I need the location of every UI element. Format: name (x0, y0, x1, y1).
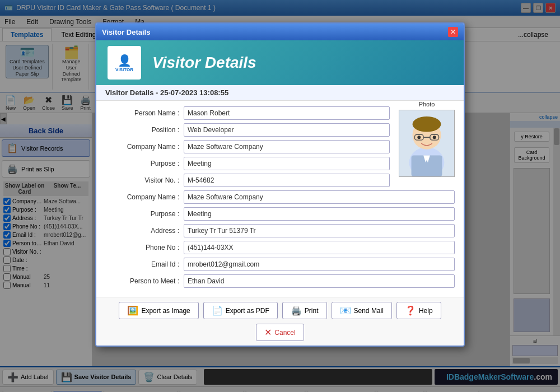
send-mail-modal-button[interactable]: 📧 Send Mail (332, 302, 392, 319)
purpose-2-label: Purpose : (105, 210, 184, 218)
photo-box (399, 110, 455, 177)
cancel-icon: ✕ (264, 327, 272, 338)
form-row-company-1: Company Name : (105, 140, 390, 153)
form-row-visitor-no: Visitor No. : (105, 174, 390, 187)
svg-point-7 (417, 136, 421, 139)
svg-point-3 (413, 116, 441, 132)
address-label: Address : (105, 227, 184, 235)
help-label: Help (419, 307, 433, 315)
photo-section: Photo (399, 101, 455, 177)
visitor-details-modal: Visitor Details ✕ 👤 VISITOR Visitor Deta… (95, 22, 465, 347)
export-image-button[interactable]: 🖼️ Export as Image (119, 302, 198, 319)
purpose-2-input[interactable] (184, 207, 455, 221)
company-2-label: Company Name : (105, 193, 184, 201)
visitor-badge-icon: 👤 (118, 54, 132, 67)
modal-title-bar: Visitor Details ✕ (96, 24, 464, 40)
purpose-1-input[interactable] (184, 157, 390, 170)
person-to-meet-input[interactable] (184, 274, 455, 288)
form-row-company-2: Company Name : (105, 190, 455, 204)
form-row-purpose-2: Purpose : (105, 207, 455, 221)
company-2-input[interactable] (184, 190, 455, 204)
person-name-label: Person Name : (105, 109, 184, 117)
email-label: Email Id : (105, 260, 184, 268)
print-modal-button[interactable]: 🖨️ Print (282, 302, 327, 319)
print-modal-icon: 🖨️ (291, 305, 302, 316)
form-row-address: Address : (105, 224, 455, 237)
help-modal-button[interactable]: ❓ Help (396, 302, 441, 319)
email-input[interactable] (184, 258, 455, 271)
export-pdf-icon: 📄 (212, 305, 223, 316)
company-1-label: Company Name : (105, 143, 184, 151)
modal-header-title: Visitor Details (152, 54, 256, 72)
modal-header: 👤 VISITOR Visitor Details (96, 40, 464, 85)
export-pdf-label: Export as PDF (226, 307, 269, 315)
modal-footer: 🖼️ Export as Image 📄 Export as PDF 🖨️ Pr… (96, 297, 464, 346)
cancel-modal-button[interactable]: ✕ Cancel (256, 324, 304, 341)
purpose-1-label: Purpose : (105, 160, 184, 167)
visitor-badge: 👤 VISITOR (108, 46, 141, 80)
send-mail-modal-icon: 📧 (340, 305, 351, 316)
form-row-position: Position : (105, 123, 390, 137)
visitor-no-label: Visitor No. : (105, 176, 184, 184)
position-input[interactable] (184, 123, 390, 137)
photo-label: Photo (399, 101, 455, 108)
export-pdf-button[interactable]: 📄 Export as PDF (203, 302, 278, 319)
form-row-purpose-1: Purpose : (105, 157, 390, 170)
phone-label: Phone No : (105, 244, 184, 251)
help-icon: ❓ (405, 305, 416, 316)
modal-overlay: Visitor Details ✕ 👤 VISITOR Visitor Deta… (0, 0, 560, 392)
print-modal-label: Print (305, 307, 319, 315)
person-to-meet-label: Person to Meet : (105, 277, 184, 285)
photo-svg (399, 110, 454, 177)
export-image-icon: 🖼️ (127, 305, 138, 316)
form-row-person-name: Person Name : (105, 106, 390, 120)
modal-header-text: Visitor Details (152, 54, 256, 72)
svg-point-8 (433, 136, 436, 139)
form-row-phone: Phone No : (105, 241, 455, 254)
company-1-input[interactable] (184, 140, 390, 153)
person-name-input[interactable] (184, 106, 390, 120)
export-image-label: Export as Image (141, 307, 190, 315)
modal-title-text: Visitor Details (102, 28, 150, 36)
modal-subtitle: Visitor Details - 25-07-2023 13:08:55 (96, 85, 464, 101)
visitor-badge-label: VISITOR (115, 67, 133, 72)
visitor-no-input[interactable] (184, 174, 390, 187)
send-mail-modal-label: Send Mail (354, 307, 384, 315)
modal-close-button[interactable]: ✕ (448, 27, 458, 37)
form-row-email: Email Id : (105, 258, 455, 271)
position-label: Position : (105, 126, 184, 134)
phone-input[interactable] (184, 241, 455, 254)
form-row-person-to-meet: Person to Meet : (105, 274, 455, 288)
address-input[interactable] (184, 224, 455, 237)
cancel-label: Cancel (274, 329, 295, 337)
modal-body: Photo (96, 101, 464, 297)
